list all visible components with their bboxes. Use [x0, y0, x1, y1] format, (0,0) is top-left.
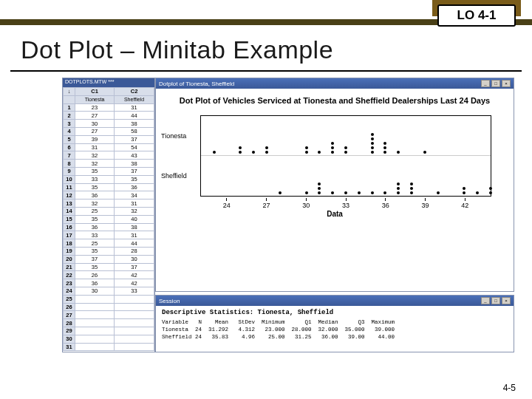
plot-row-tionesta: Tionesta: [201, 116, 491, 156]
table-row: 25: [64, 295, 154, 303]
header-bar: LO 4-1: [0, 0, 532, 25]
plot-row-sheffield: Sheffield: [201, 156, 491, 196]
dot: [252, 151, 255, 154]
table-row: 53937: [64, 135, 154, 143]
varname-tionesta: Tionesta: [75, 95, 115, 103]
table-row: 28: [64, 319, 154, 327]
table-row: 173331: [64, 231, 154, 239]
dot: [239, 146, 242, 149]
table-row: 213537: [64, 263, 154, 271]
table-row: 203730: [64, 255, 154, 263]
dot: [331, 191, 334, 194]
table-row: 30: [64, 335, 154, 343]
dot: [383, 191, 386, 194]
close-icon[interactable]: ×: [502, 80, 511, 87]
dot: [410, 191, 413, 194]
window-controls: _ □ ×: [481, 80, 511, 87]
table-row: 26: [64, 303, 154, 311]
table-row: 222642: [64, 271, 154, 279]
dot: [305, 151, 308, 154]
table-row: 22744: [64, 112, 154, 120]
corner-cell: ↓: [64, 88, 75, 96]
axis-ticks: 24273033363942: [200, 198, 491, 208]
table-row: 73243: [64, 151, 154, 160]
dot: [305, 191, 308, 194]
dot: [383, 142, 386, 145]
table-row: 133231: [64, 200, 154, 208]
dot: [397, 183, 400, 185]
plot-chart-title: Dot Plot of Vehicles Serviced at Tionest…: [156, 89, 514, 109]
dot: [383, 146, 386, 149]
table-row: 42758: [64, 127, 154, 135]
dot: [331, 146, 334, 149]
minimize-icon[interactable]: _: [481, 297, 490, 304]
dot: [410, 183, 413, 185]
table-row: 33038: [64, 120, 154, 128]
dot: [476, 191, 479, 194]
dot: [489, 191, 492, 194]
axis-tick: 33: [342, 198, 349, 209]
dot: [397, 187, 400, 190]
dot: [305, 146, 308, 149]
plot-area: Tionesta Sheffield: [200, 115, 491, 197]
col-header-c1: C1: [75, 88, 115, 96]
close-icon[interactable]: ×: [502, 297, 511, 304]
content-area: DOTPLOTS.MTW *** ↓ C1 C2 Tionesta Sheffi…: [10, 78, 522, 373]
axis-tick: 36: [382, 198, 389, 209]
label-sheffield: Sheffield: [161, 172, 187, 180]
table-row: 83238: [64, 160, 154, 168]
session-body: Descriptive Statistics: Tionesta, Sheffi…: [156, 306, 514, 344]
dot: [331, 142, 334, 145]
minimize-icon[interactable]: _: [481, 80, 490, 87]
dot: [331, 151, 334, 154]
table-row: 27: [64, 311, 154, 319]
dot: [265, 151, 268, 154]
table-row: 153540: [64, 215, 154, 223]
dot: [318, 183, 321, 185]
dot: [265, 146, 268, 149]
dot: [410, 187, 413, 190]
varname-sheffield: Sheffield: [115, 95, 154, 103]
dot: [397, 191, 400, 194]
table-row: 12331: [64, 103, 154, 112]
dot: [371, 142, 374, 145]
maximize-icon[interactable]: □: [491, 80, 500, 87]
table-row: 113536: [64, 183, 154, 191]
dot: [371, 133, 374, 136]
worksheet-grid: ↓ C1 C2 Tionesta Sheffield 1233122744330…: [63, 87, 154, 351]
table-row: 93537: [64, 167, 154, 175]
session-window-title: Session: [159, 298, 180, 304]
maximize-icon[interactable]: □: [491, 297, 500, 304]
table-row: 63154: [64, 143, 154, 151]
col-header-c2: C2: [115, 88, 154, 96]
table-row: 243033: [64, 287, 154, 295]
stats-row-sheffield: Sheffield 24 35.83 4.96 25.00 31.25 36.0…: [162, 334, 508, 341]
stats-row-tionesta: Tionesta 24 31.292 4.312 23.000 28.000 3…: [162, 327, 508, 334]
axis-tick: 30: [302, 198, 310, 209]
session-window: Session _ □ × Descriptive Statistics: Ti…: [155, 295, 514, 352]
dot: [437, 191, 440, 194]
dot: [371, 137, 374, 140]
worksheet-titlebar: DOTPLOTS.MTW ***: [63, 78, 154, 87]
axis-tick: 42: [461, 198, 468, 209]
dot: [318, 191, 321, 194]
plot-window: Dotplot of Tionesta, Sheffield _ □ × Dot…: [155, 78, 514, 292]
lo-badge: LO 4-1: [437, 4, 516, 27]
dot: [239, 151, 242, 154]
table-row: 142532: [64, 207, 154, 215]
dot: [489, 187, 492, 190]
title-rule: [10, 70, 522, 72]
dot: [371, 146, 374, 149]
plot-window-title: Dotplot of Tionesta, Sheffield: [159, 81, 234, 87]
dot: [371, 191, 374, 194]
table-row: 163638: [64, 223, 154, 231]
axis-tick: 24: [223, 198, 231, 209]
table-row: 31: [64, 343, 154, 351]
dot: [358, 191, 361, 194]
dot: [318, 187, 321, 190]
worksheet-window: DOTPLOTS.MTW *** ↓ C1 C2 Tionesta Sheffi…: [62, 78, 155, 352]
table-row: 29: [64, 327, 154, 335]
axis-label: Data: [156, 210, 514, 218]
table-row: 123634: [64, 191, 154, 200]
label-tionesta: Tionesta: [161, 132, 186, 140]
